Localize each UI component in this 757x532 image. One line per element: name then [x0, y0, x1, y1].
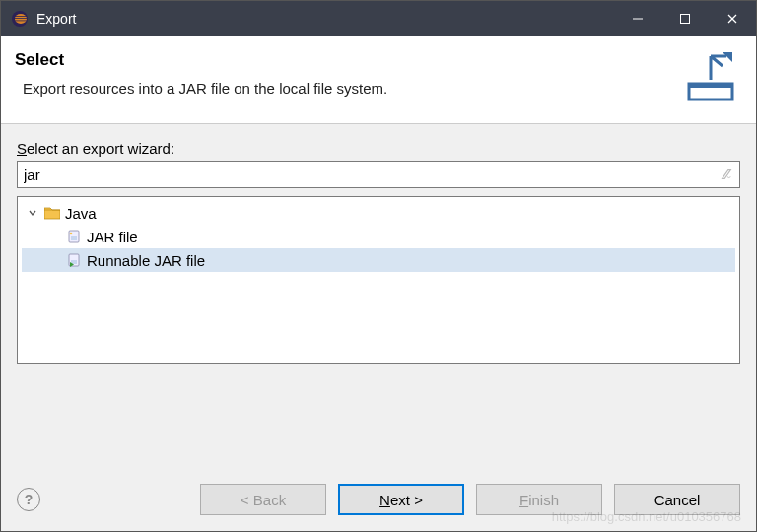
svg-point-14 [70, 233, 73, 235]
maximize-button[interactable] [661, 1, 709, 36]
svg-rect-2 [14, 18, 27, 19]
filter-label: Select an export wizard: [17, 140, 740, 157]
chevron-down-icon[interactable] [26, 206, 39, 220]
tree-node-jar-file[interactable]: JAR file [22, 225, 735, 248]
wizard-body: Select an export wizard: Java [1, 124, 756, 472]
window-title: Export [36, 11, 76, 27]
folder-icon [43, 204, 61, 222]
next-button[interactable]: Next > [338, 484, 464, 515]
button-bar: ? < Back Next > Finish Cancel [1, 472, 756, 531]
cancel-button[interactable]: Cancel [614, 484, 740, 515]
export-icon [683, 50, 738, 105]
export-dialog: Export Select Export resources into a JA… [0, 0, 757, 532]
back-button: < Back [200, 484, 326, 515]
svg-rect-10 [689, 84, 732, 88]
svg-point-1 [15, 14, 27, 24]
finish-button: Finish [476, 484, 602, 515]
eclipse-icon [11, 10, 29, 28]
jar-icon [65, 228, 83, 245]
svg-rect-6 [681, 15, 690, 24]
clear-filter-icon[interactable] [719, 166, 734, 182]
svg-rect-3 [14, 16, 27, 17]
tree-node-runnable-jar-file[interactable]: Runnable JAR file [22, 248, 735, 272]
wizard-tree[interactable]: Java JAR file Runnable JAR file [17, 196, 740, 364]
tree-node-label: Runnable JAR file [87, 252, 205, 269]
runnable-jar-icon [65, 251, 83, 269]
tree-node-label: Java [65, 205, 97, 222]
svg-rect-4 [14, 21, 27, 22]
help-icon[interactable]: ? [17, 488, 40, 511]
wizard-subtitle: Export resources into a JAR file on the … [23, 80, 673, 97]
wizard-title: Select [15, 50, 673, 70]
tree-node-java[interactable]: Java [22, 201, 735, 225]
filter-input[interactable] [17, 161, 740, 188]
titlebar: Export [1, 1, 756, 36]
minimize-button[interactable] [614, 1, 661, 36]
tree-node-label: JAR file [87, 229, 138, 245]
svg-rect-13 [71, 236, 77, 240]
close-button[interactable] [709, 1, 756, 36]
wizard-header: Select Export resources into a JAR file … [1, 36, 756, 124]
